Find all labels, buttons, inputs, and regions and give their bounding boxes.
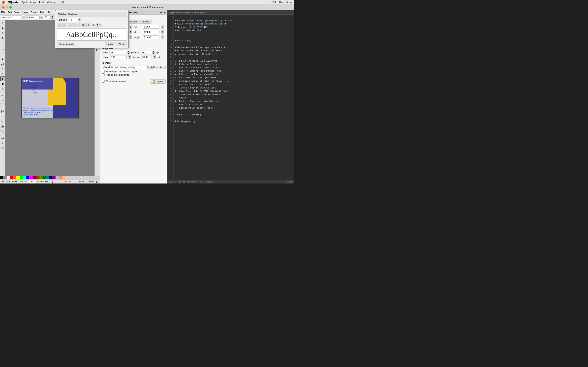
redo-btn[interactable]: ↪ [0, 98, 5, 102]
height-up[interactable]: ▲ [161, 35, 164, 37]
img-height-input[interactable] [110, 55, 127, 59]
close-button[interactable] [2, 6, 4, 8]
export-page-btn[interactable]: 📄 [0, 105, 5, 109]
measure-tool[interactable]: ↔ [0, 40, 5, 45]
color-green[interactable] [20, 176, 23, 179]
color-orange[interactable] [13, 176, 16, 179]
color-olive[interactable] [39, 176, 43, 179]
opacity-input[interactable] [29, 180, 35, 183]
opacity-up[interactable]: ▲ [37, 180, 39, 182]
spiral-tool[interactable]: @ [0, 62, 5, 66]
xquartz-menu[interactable]: XQuartz [8, 1, 18, 4]
percent-up[interactable]: ▲ [96, 23, 99, 25]
color-dark-green[interactable] [43, 176, 46, 179]
export-as-btn[interactable]: 📤 Export As... [148, 66, 165, 69]
star-tool[interactable]: ★ [0, 57, 5, 61]
flow-into-frame-btn[interactable]: ⊡ [81, 23, 86, 27]
width-down[interactable]: ▼ [129, 37, 132, 39]
maximize-button[interactable] [9, 6, 12, 8]
height-input[interactable] [143, 35, 159, 39]
node-tool[interactable]: ◈ [0, 26, 5, 30]
font-family-browse[interactable]: ▼ [22, 16, 25, 19]
hide-all-checkbox[interactable] [102, 73, 104, 76]
export-close-btn[interactable]: ✕ [163, 11, 166, 14]
apply-btn[interactable]: Apply [105, 42, 115, 46]
zoom-down[interactable]: ▼ [96, 182, 98, 183]
filename-input[interactable] [102, 65, 148, 69]
rect-tool[interactable]: ▭ [0, 47, 5, 52]
dpi1-down[interactable]: ▼ [152, 53, 155, 54]
find-btn[interactable]: 🔍 [0, 129, 5, 133]
gradient-tool[interactable]: ◧ [0, 81, 5, 86]
img-height-up[interactable]: ▲ [128, 55, 131, 57]
dpi2-input[interactable] [141, 55, 151, 59]
set-as-default-btn[interactable]: Set as default [57, 42, 75, 46]
select-tool[interactable]: ↖ [0, 21, 5, 25]
font-family-input[interactable] [1, 16, 21, 19]
y1-input[interactable] [143, 30, 159, 34]
editor-content[interactable]: Website: https://www.rjmprogramming.com.… [173, 15, 294, 180]
align-right-btn[interactable]: ≡ [68, 23, 73, 27]
file-menu[interactable]: File [1, 11, 5, 14]
img-width-input[interactable] [109, 51, 126, 54]
color-teal[interactable] [46, 176, 49, 179]
opacity-down[interactable]: ▼ [37, 182, 39, 183]
font-size-down[interactable]: ▼ [51, 17, 54, 19]
zoom-tool[interactable]: ⊕ [0, 35, 5, 40]
align-left-btn[interactable]: ≡ [57, 23, 62, 27]
color-purple[interactable] [52, 176, 56, 179]
font-size-dialog-down[interactable]: ▼ [78, 20, 81, 22]
print-btn[interactable]: 🖨 [0, 114, 5, 119]
y1-down[interactable]: ▼ [161, 32, 164, 34]
font-size-dialog-input[interactable] [69, 18, 77, 22]
y0-input[interactable] [143, 25, 159, 29]
width-up[interactable]: ▲ [129, 35, 132, 37]
color-peach[interactable] [62, 176, 65, 179]
path-menu[interactable]: Path [40, 11, 45, 14]
edit-menu[interactable]: Edit [39, 1, 44, 4]
edit-inkscape-menu[interactable]: Edit [8, 11, 12, 14]
applications-menu[interactable]: Applications [22, 1, 36, 4]
batch-export-checkbox[interactable] [102, 70, 104, 73]
export-minimize-btn[interactable]: — [159, 11, 162, 14]
color-pink[interactable] [59, 176, 62, 179]
img-height-down[interactable]: ▼ [128, 57, 131, 59]
align-justify-btn[interactable]: ≡ [73, 23, 78, 27]
layer-menu[interactable]: Layer [22, 11, 28, 14]
xml-btn[interactable]: ⟨/⟩ [0, 136, 5, 140]
height-down[interactable]: ▼ [161, 37, 164, 39]
import-btn[interactable]: 📥 [0, 124, 5, 129]
color-gray[interactable] [3, 176, 7, 179]
tweak-tool[interactable]: ⌀ [0, 31, 5, 35]
x1-up[interactable]: ▲ [129, 30, 132, 32]
y0-down[interactable]: ▼ [161, 27, 164, 29]
dpi2-up[interactable]: ▲ [153, 55, 156, 57]
color-magenta[interactable] [29, 176, 33, 179]
font-size-dialog-up[interactable]: ▲ [78, 18, 81, 20]
circle-tool[interactable]: ○ [0, 52, 5, 57]
window-menu[interactable]: Window [47, 1, 56, 4]
color-white[interactable] [7, 176, 10, 179]
x1-down[interactable]: ▼ [129, 32, 132, 34]
y0-up[interactable]: ▲ [161, 25, 164, 27]
help-menu[interactable]: Help [60, 1, 65, 4]
align-center-btn[interactable]: ≡ [62, 23, 67, 27]
undo-btn[interactable]: ↩ [0, 93, 5, 98]
color-brown[interactable] [36, 176, 39, 179]
open-btn[interactable]: 📂 [0, 119, 5, 124]
layer-up[interactable]: ▲ [52, 180, 53, 182]
layer-down[interactable]: ▼ [52, 182, 53, 184]
img-width-up[interactable]: ▲ [127, 51, 130, 53]
close-when-complete-checkbox[interactable] [102, 80, 104, 83]
img-width-down[interactable]: ▼ [127, 53, 130, 54]
zoom-up[interactable]: ▲ [96, 180, 98, 182]
color-navy[interactable] [49, 176, 52, 179]
y1-up[interactable]: ▲ [161, 30, 164, 32]
font-size-up[interactable]: ▲ [51, 16, 54, 17]
color-maroon[interactable] [33, 176, 36, 179]
minimize-button[interactable] [6, 6, 8, 8]
percent-dropdown[interactable]: ▼ [99, 24, 102, 26]
font-style-dropdown[interactable]: ▼ [40, 16, 43, 19]
font-size-input[interactable] [44, 16, 51, 19]
text-menu[interactable]: Text [48, 11, 52, 14]
